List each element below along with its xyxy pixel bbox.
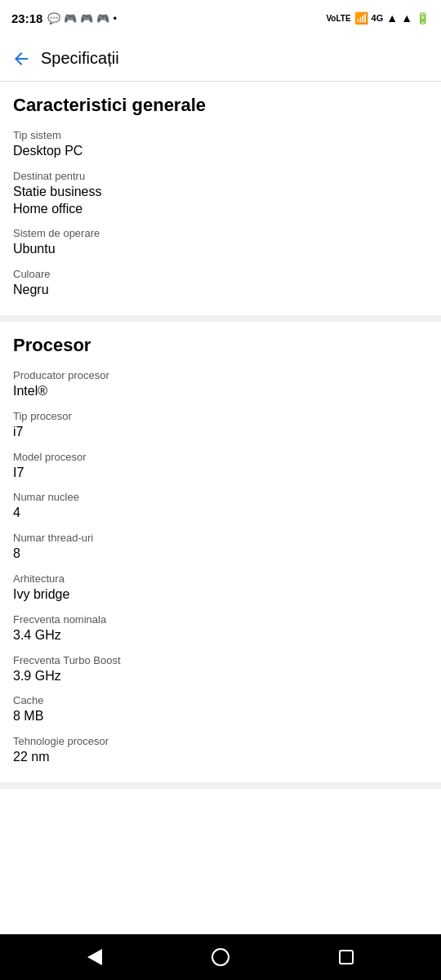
spec-tehnologie-label: Tehnologie procesor bbox=[13, 735, 428, 747]
spec-turbo-boost-value: 3.9 GHz bbox=[13, 668, 428, 685]
recents-square-icon bbox=[339, 950, 354, 964]
spec-nuclee: Numar nuclee 4 bbox=[13, 491, 428, 522]
fourg-icon: 4G bbox=[372, 13, 384, 23]
signal2-icon: ▲ bbox=[401, 11, 412, 24]
game3-icon: 🎮 bbox=[96, 12, 109, 24]
dot-icon: • bbox=[113, 12, 117, 24]
game2-icon: 🎮 bbox=[80, 12, 93, 24]
home-circle-icon bbox=[212, 948, 229, 966]
destinat-line1: Statie business bbox=[13, 184, 428, 201]
signal1-icon: ▲ bbox=[386, 11, 398, 24]
spec-frecventa-nom-label: Frecventa nominala bbox=[13, 613, 428, 626]
general-section: Caracteristici generale Tip sistem Deskt… bbox=[0, 82, 441, 315]
nav-recents-button[interactable] bbox=[339, 950, 354, 964]
spec-tip-procesor-label: Tip procesor bbox=[13, 410, 428, 422]
spec-arhitectura-label: Arhitectura bbox=[13, 572, 428, 585]
status-left: 23:18 💬 🎮 🎮 🎮 • bbox=[11, 11, 117, 25]
status-time: 23:18 bbox=[11, 11, 42, 25]
spec-threads-label: Numar thread-uri bbox=[13, 532, 428, 544]
spec-destinat: Destinat pentru Statie business Home off… bbox=[13, 170, 428, 218]
bottom-nav bbox=[0, 934, 441, 980]
volte-icon: VoLTE bbox=[326, 14, 350, 23]
spec-cache-label: Cache bbox=[13, 694, 428, 706]
spec-tip-sistem-label: Tip sistem bbox=[13, 129, 428, 141]
spec-frecventa-nom-value: 3.4 GHz bbox=[13, 627, 428, 644]
back-button[interactable] bbox=[11, 49, 31, 69]
section-divider-1 bbox=[0, 315, 441, 322]
spec-model-procesor-label: Model procesor bbox=[13, 451, 428, 463]
spec-producator-value: Intel® bbox=[13, 383, 428, 400]
spec-destinat-value: Statie business Home office bbox=[13, 184, 428, 218]
section-divider-2 bbox=[0, 782, 441, 789]
nav-home-button[interactable] bbox=[212, 948, 229, 966]
spec-destinat-label: Destinat pentru bbox=[13, 170, 428, 182]
spec-nuclee-label: Numar nuclee bbox=[13, 491, 428, 503]
spec-model-procesor-value: I7 bbox=[13, 465, 428, 482]
spec-turbo-boost-label: Frecventa Turbo Boost bbox=[13, 654, 428, 666]
messenger-icon: 💬 bbox=[47, 12, 60, 24]
spec-culoare: Culoare Negru bbox=[13, 268, 428, 299]
wifi-icon: 📶 bbox=[354, 11, 368, 24]
processor-section: Procesor Producator procesor Intel® Tip … bbox=[0, 322, 441, 782]
spec-tip-sistem-value: Desktop PC bbox=[13, 143, 428, 160]
spec-producator-label: Producator procesor bbox=[13, 369, 428, 381]
spec-tip-sistem: Tip sistem Desktop PC bbox=[13, 129, 428, 160]
spec-cache: Cache 8 MB bbox=[13, 694, 428, 725]
battery-icon: 🔋 bbox=[416, 11, 430, 24]
general-section-title: Caracteristici generale bbox=[13, 95, 428, 116]
spec-tehnologie-value: 22 nm bbox=[13, 749, 428, 766]
spec-os-label: Sistem de operare bbox=[13, 227, 428, 239]
spec-tip-procesor: Tip procesor i7 bbox=[13, 410, 428, 441]
game-icon: 🎮 bbox=[64, 12, 77, 24]
spec-os-value: Ubuntu bbox=[13, 241, 428, 258]
spec-turbo-boost: Frecventa Turbo Boost 3.9 GHz bbox=[13, 654, 428, 685]
spec-tehnologie: Tehnologie procesor 22 nm bbox=[13, 735, 428, 766]
status-icons: 💬 🎮 🎮 🎮 • bbox=[47, 12, 117, 24]
spec-model-procesor: Model procesor I7 bbox=[13, 451, 428, 482]
spec-cache-value: 8 MB bbox=[13, 708, 428, 725]
spec-frecventa-nom: Frecventa nominala 3.4 GHz bbox=[13, 613, 428, 644]
processor-section-title: Procesor bbox=[13, 335, 428, 356]
page-title: Specificații bbox=[41, 49, 119, 68]
content-area: Caracteristici generale Tip sistem Deskt… bbox=[0, 82, 441, 934]
spec-arhitectura-value: Ivy bridge bbox=[13, 586, 428, 604]
spec-culoare-label: Culoare bbox=[13, 268, 428, 280]
spec-threads: Numar thread-uri 8 bbox=[13, 532, 428, 563]
spec-threads-value: 8 bbox=[13, 546, 428, 563]
status-right: VoLTE 📶 4G ▲ ▲ 🔋 bbox=[326, 11, 430, 24]
spec-arhitectura: Arhitectura Ivy bridge bbox=[13, 572, 428, 604]
back-triangle-icon bbox=[87, 949, 102, 965]
status-bar: 23:18 💬 🎮 🎮 🎮 • VoLTE 📶 4G ▲ ▲ 🔋 bbox=[0, 0, 441, 36]
spec-culoare-value: Negru bbox=[13, 282, 428, 299]
destinat-line2: Home office bbox=[13, 201, 428, 218]
spec-os: Sistem de operare Ubuntu bbox=[13, 227, 428, 258]
spec-producator: Producator procesor Intel® bbox=[13, 369, 428, 400]
spec-tip-procesor-value: i7 bbox=[13, 424, 428, 441]
top-nav: Specificații bbox=[0, 36, 441, 82]
spec-nuclee-value: 4 bbox=[13, 505, 428, 522]
nav-back-button[interactable] bbox=[87, 949, 102, 965]
